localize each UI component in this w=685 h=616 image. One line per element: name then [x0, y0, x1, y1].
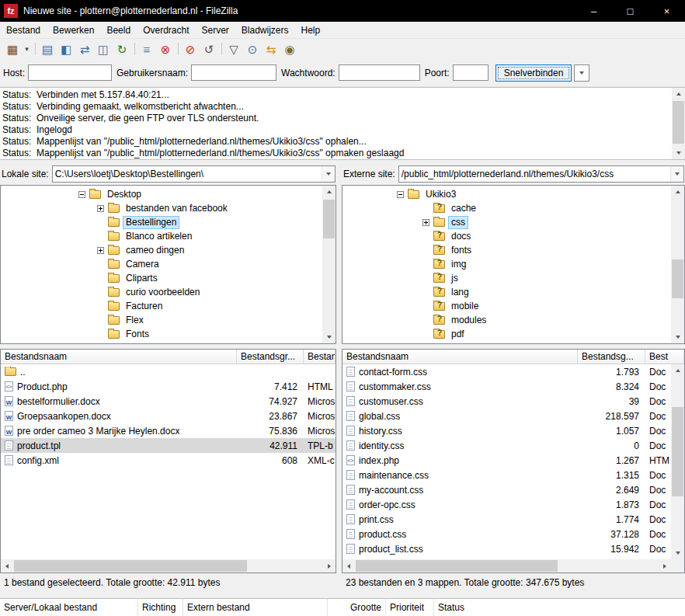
scroll-down-button[interactable] [671, 331, 684, 343]
column-header-filetype[interactable]: Bestan [304, 350, 336, 364]
toggle-local-tree-button[interactable]: ◧ [57, 40, 75, 57]
file-row[interactable]: product.tpl 42.911 TPL-b [1, 438, 336, 453]
process-queue-button[interactable]: ≡ [137, 40, 156, 57]
log-scrollbar[interactable] [672, 88, 685, 159]
combo-dropdown-button[interactable] [322, 166, 335, 182]
quickconnect-button[interactable]: Snelverbinden [495, 64, 572, 82]
scroll-right-button[interactable] [323, 559, 336, 572]
toggle-remote-tree-button[interactable]: ⇄ [75, 40, 94, 57]
scroll-down-button[interactable] [322, 331, 336, 343]
menu-item[interactable]: Bladwijzers [235, 22, 295, 38]
column-header-filetype[interactable]: Best [645, 350, 684, 364]
file-row[interactable]: product_list.css 15.942 Doc [342, 541, 671, 556]
local-tree-scrollbar[interactable] [322, 186, 336, 343]
file-row[interactable]: pre order cameo 3 Marijke Heylen.docx 75… [1, 423, 336, 438]
tree-item[interactable]: mobile [342, 299, 671, 313]
file-row[interactable]: print.css 1.774 Doc [342, 512, 671, 527]
queue-column-header[interactable]: Prioriteit [386, 599, 434, 616]
port-input[interactable] [453, 64, 489, 81]
compare-directories-button[interactable]: ⊙ [243, 40, 262, 57]
tree-expander-toggle[interactable] [397, 191, 404, 198]
column-header-filename[interactable]: Bestandsnaam [342, 350, 578, 364]
scrollbar-thumb[interactable] [323, 200, 335, 238]
tree-item[interactable]: Cliparts [1, 271, 322, 285]
tree-item[interactable]: modules [342, 313, 671, 327]
filter-button[interactable]: ▽ [224, 40, 243, 57]
site-manager-dropdown[interactable]: ▾ [22, 40, 32, 57]
scroll-left-button[interactable] [1, 559, 13, 572]
tree-expander-toggle[interactable] [78, 191, 85, 198]
column-header-filesize[interactable]: Bestandsgr... [237, 350, 304, 364]
file-row[interactable]: config.xml 608 XML-c [1, 453, 336, 468]
scrollbar-thumb[interactable] [672, 259, 683, 298]
tree-item[interactable]: cameo dingen [1, 243, 322, 257]
reconnect-button[interactable]: ↺ [200, 40, 218, 57]
file-row[interactable]: maintenance.css 1.315 Doc [342, 468, 671, 482]
refresh-button[interactable]: ↻ [113, 40, 131, 57]
username-input[interactable] [191, 64, 276, 81]
file-row[interactable]: index.php 1.267 HTM [342, 453, 671, 468]
scrollbar-thumb[interactable] [673, 101, 684, 144]
file-row[interactable]: product.css 37.128 Doc [342, 527, 671, 541]
file-row[interactable]: identity.css 0 Doc [342, 438, 671, 453]
host-input[interactable] [28, 64, 112, 81]
scroll-up-button[interactable] [672, 88, 685, 100]
maximize-button[interactable]: □ [612, 0, 648, 22]
scroll-right-button[interactable] [659, 559, 671, 572]
tree-expander-toggle[interactable] [97, 247, 104, 254]
remote-path-combobox[interactable]: /public_html/plotternederland.nl/themes/… [398, 165, 684, 183]
queue-column-header[interactable]: Status [434, 599, 685, 616]
tree-item[interactable]: js [342, 271, 671, 285]
queue-column-header[interactable]: Server/Lokaal bestand [0, 599, 138, 616]
file-row[interactable]: Groepsaankopen.docx 23.867 Micros [1, 409, 336, 423]
menu-item[interactable]: Server [195, 22, 235, 38]
tree-item[interactable]: fonts [342, 243, 671, 257]
menu-item[interactable]: Overdracht [137, 22, 195, 38]
tree-item[interactable]: bestanden van facebook [1, 201, 322, 215]
file-row[interactable]: bestelformulier.docx 74.927 Micros [1, 394, 336, 409]
tree-item[interactable]: Camera [1, 257, 322, 271]
menu-item[interactable]: Beeld [100, 22, 137, 38]
menu-item[interactable]: Bewerken [47, 22, 100, 38]
local-list-hscrollbar[interactable] [1, 559, 336, 572]
tree-item[interactable]: cache [342, 201, 671, 215]
scrollbar-thumb[interactable] [14, 560, 247, 572]
scroll-up-button[interactable] [671, 364, 684, 377]
column-header-filesize[interactable]: Bestandsg... [578, 350, 645, 364]
close-button[interactable]: × [648, 0, 685, 22]
toggle-queue-button[interactable]: ◫ [94, 40, 113, 57]
remote-tree-scrollbar[interactable] [671, 186, 684, 343]
cancel-transfer-button[interactable]: ⊗ [156, 40, 175, 57]
remote-list-hscrollbar[interactable] [342, 559, 671, 572]
file-row[interactable]: customuser.css 39 Doc [342, 394, 671, 409]
combo-dropdown-button[interactable] [670, 166, 683, 182]
tree-item[interactable]: curio voorbeelden [1, 285, 322, 299]
tree-item[interactable]: Fonts [1, 327, 322, 341]
scroll-up-button[interactable] [671, 186, 684, 198]
tree-item[interactable]: Bestellingen [1, 215, 322, 229]
tree-expander-toggle[interactable] [97, 205, 104, 212]
site-manager-button[interactable]: ▦ [3, 40, 22, 57]
file-row[interactable]: my-account.css 2.649 Doc [342, 482, 671, 497]
menu-item[interactable]: Bestand [0, 22, 47, 38]
file-row[interactable]: contact-form.css 1.793 Doc [342, 364, 671, 379]
scroll-down-button[interactable] [671, 547, 684, 559]
tree-item[interactable]: Ukikio3 [342, 187, 671, 201]
password-input[interactable] [339, 64, 420, 81]
find-files-button[interactable]: ◉ [280, 40, 299, 57]
tree-item[interactable]: Facturen [1, 299, 322, 313]
minimize-button[interactable]: – [575, 0, 612, 22]
menu-item[interactable]: Help [295, 22, 327, 38]
scroll-down-button[interactable] [672, 147, 685, 159]
tree-item[interactable]: img [342, 257, 671, 271]
queue-column-header[interactable]: Grootte [328, 599, 386, 616]
tree-item[interactable]: Desktop [1, 187, 322, 201]
tree-item[interactable]: css [342, 215, 671, 229]
file-row[interactable]: global.css 218.597 Doc [342, 409, 671, 423]
tree-expander-toggle[interactable] [422, 219, 429, 226]
queue-column-header[interactable]: Extern bestand [183, 599, 328, 616]
file-row[interactable]: .. [1, 364, 336, 379]
queue-column-header[interactable]: Richting [138, 599, 183, 616]
quickconnect-dropdown[interactable] [574, 64, 589, 82]
scroll-left-button[interactable] [342, 559, 355, 572]
